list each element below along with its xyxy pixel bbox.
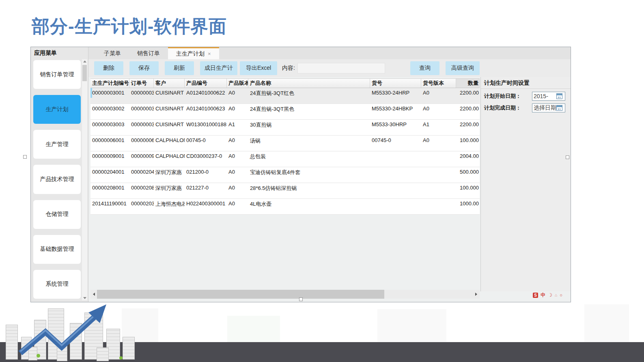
slide-background: 部分-生产计划-软件界面 应用菜单 销售订单管理生产计划生产管理产品技术管理仓储… <box>0 0 644 362</box>
scroll-down-icon[interactable] <box>82 295 87 300</box>
plan-time-fields: 计划开始日期：2015-计划完成日期：选择日期 <box>481 92 571 112</box>
table-cell: 30直煎锅 <box>248 120 370 135</box>
table-row[interactable]: 0000000300200000003CUISINARTA01240100062… <box>90 104 480 120</box>
table-cell: 28*6.5仿铸铝深煎锅 <box>248 183 370 198</box>
toolbar-button-刷新[interactable]: 刷新 <box>165 61 194 75</box>
table-cell: 00000003 <box>129 120 154 135</box>
column-header-产品编号: 产品编号 <box>185 79 227 88</box>
table-cell: A012401000623 <box>185 104 227 119</box>
sidebar-item-生产管理[interactable]: 生产管理 <box>33 130 81 159</box>
tab-content: 主生产计划编号订单号客户产品编号产品版本产品名称货号货号版本数量 0000000… <box>88 77 571 302</box>
table-row[interactable]: 0000000600100000006CALPHALON00745-0A0汤锅0… <box>90 136 480 151</box>
column-header-客户: 客户 <box>154 79 185 88</box>
table-row[interactable]: 0000000900100000009CALPHALONCD03000237-0… <box>90 151 480 167</box>
date-input-value: 2015- <box>534 93 556 99</box>
sidebar-item-仓储管理[interactable]: 仓储管理 <box>33 200 81 229</box>
table-cell <box>421 199 456 214</box>
table-cell: 宝迪仿铸铝复底4件套 <box>248 167 370 183</box>
date-input[interactable]: 选择日期 <box>532 103 565 112</box>
sidebar-scrollbar[interactable] <box>82 59 87 300</box>
tab-主生产计划[interactable]: 主生产计划× <box>168 47 219 59</box>
sidebar-item-基础数据管理[interactable]: 基础数据管理 <box>33 235 81 264</box>
production-plan-table: 主生产计划编号订单号客户产品编号产品版本产品名称货号货号版本数量 0000000… <box>90 78 480 215</box>
table-cell: 021227-0 <box>185 183 227 198</box>
table-cell: 00000003 <box>129 104 154 119</box>
table-row[interactable]: 20141119000100000203上海恒杰电器有H022400300001… <box>90 199 480 215</box>
table-cell: CALPHALON <box>154 136 185 151</box>
resize-handle-right[interactable] <box>566 155 569 159</box>
table-cell: 24直煎锅-3QT红色 <box>248 88 370 103</box>
advanced-query-button[interactable]: 高级查询 <box>446 61 480 75</box>
tab-bar: 子菜单销售订单主生产计划× <box>88 47 571 59</box>
ime-tray[interactable]: S中☽∴○ <box>533 293 562 298</box>
table-cell: 00745-0 <box>370 136 421 151</box>
sidebar-item-系统管理[interactable]: 系统管理 <box>33 270 81 299</box>
calendar-icon[interactable] <box>556 105 562 111</box>
table-row[interactable]: 0000020400100000204深圳万家惠021200-0A0宝迪仿铸铝复… <box>90 167 480 183</box>
table-cell <box>421 151 456 167</box>
toolbar-button-成日生产计[interactable]: 成日生产计 <box>200 61 237 75</box>
sidebar-item-销售订单管理[interactable]: 销售订单管理 <box>33 60 81 89</box>
table-row[interactable]: 0000000300100000003CUISINARTA01240100062… <box>90 88 480 104</box>
table-cell: A0 <box>227 136 248 151</box>
scroll-right-icon[interactable] <box>473 291 479 297</box>
table-cell: 深圳万家惠 <box>154 183 185 198</box>
erp-app-window: 应用菜单 销售订单管理生产计划生产管理产品技术管理仓储管理基础数据管理系统管理 … <box>30 47 571 302</box>
sidebar-item-生产计划[interactable]: 生产计划 <box>33 95 81 124</box>
scroll-up-icon[interactable] <box>82 59 87 64</box>
table-cell: 4L电水壶 <box>248 199 370 214</box>
table-cell: 00000003003 <box>90 120 129 135</box>
toolbar: 删除保存刷新成日生产计导出Excel 内容: 查询 高级查询 <box>88 59 571 77</box>
table-horizontal-scrollbar[interactable] <box>90 290 480 299</box>
table-cell: 00000208001 <box>90 183 129 198</box>
table-cell: A0 <box>227 199 248 214</box>
toolbar-button-导出Excel[interactable]: 导出Excel <box>240 61 277 75</box>
date-input[interactable]: 2015- <box>532 92 565 101</box>
table-cell: 00000203 <box>129 199 154 214</box>
resize-handle-left[interactable] <box>23 155 27 159</box>
table-cell: 021200-0 <box>185 167 227 183</box>
table-cell: CUISINART <box>154 120 185 135</box>
table-cell: 24直煎锅-3QT黑色 <box>248 104 370 119</box>
table-cell: 深圳万家惠 <box>154 167 185 183</box>
sidebar-items: 销售订单管理生产计划生产管理产品技术管理仓储管理基础数据管理系统管理 <box>33 60 81 299</box>
tab-销售订单[interactable]: 销售订单 <box>129 47 168 59</box>
toolbar-button-保存[interactable]: 保存 <box>129 61 159 75</box>
table-cell: 500.000 <box>456 167 480 183</box>
table-row[interactable]: 0000020800100000208深圳万家惠021227-0A028*6.5… <box>90 183 480 199</box>
sogou-logo-icon[interactable]: S <box>533 293 538 298</box>
sidebar-header: 应用菜单 <box>31 47 88 58</box>
tab-子菜单[interactable]: 子菜单 <box>96 47 129 59</box>
dots-icon[interactable]: ∴ <box>555 293 557 298</box>
table-header-row: 主生产计划编号订单号客户产品编号产品版本产品名称货号货号版本数量 <box>90 78 480 88</box>
table-cell <box>421 167 456 183</box>
table-cell: A0 <box>421 104 456 119</box>
date-field-label: 计划完成日期： <box>484 104 532 112</box>
table-cell: 00745-0 <box>185 136 227 151</box>
table-cell: 00000006 <box>129 136 154 151</box>
table-cell: H022400300001 <box>185 199 227 214</box>
sidebar-item-产品技术管理[interactable]: 产品技术管理 <box>33 165 81 194</box>
table-cell: A012401000622 <box>185 88 227 103</box>
table-cell: 00000003002 <box>90 104 129 119</box>
calendar-icon[interactable] <box>556 93 562 99</box>
growth-arrow-graphic <box>0 304 146 362</box>
toolbar-button-删除[interactable]: 删除 <box>94 61 123 75</box>
moon-icon[interactable]: ☽ <box>548 293 552 298</box>
scroll-left-icon[interactable] <box>91 291 97 297</box>
chinese-mode-icon[interactable]: 中 <box>541 293 545 298</box>
table-cell: 2200.00 <box>456 104 480 119</box>
table-cell: 2200.00 <box>456 88 480 103</box>
table-cell: 100.000 <box>456 183 480 198</box>
query-button[interactable]: 查询 <box>410 61 439 75</box>
sidebar-scroll-thumb[interactable] <box>82 65 87 81</box>
horizontal-scroll-thumb[interactable] <box>97 290 384 299</box>
table-cell: A1 <box>421 120 456 135</box>
table-cell: 00000003 <box>129 88 154 103</box>
resize-handle-bottom[interactable] <box>299 297 303 301</box>
close-tab-icon[interactable]: × <box>208 51 211 57</box>
table-cell: A0 <box>227 104 248 119</box>
ring-icon[interactable]: ○ <box>560 293 562 298</box>
content-search-input[interactable] <box>297 63 385 73</box>
table-row[interactable]: 0000000300300000003CUISINARTW01300100018… <box>90 120 480 136</box>
